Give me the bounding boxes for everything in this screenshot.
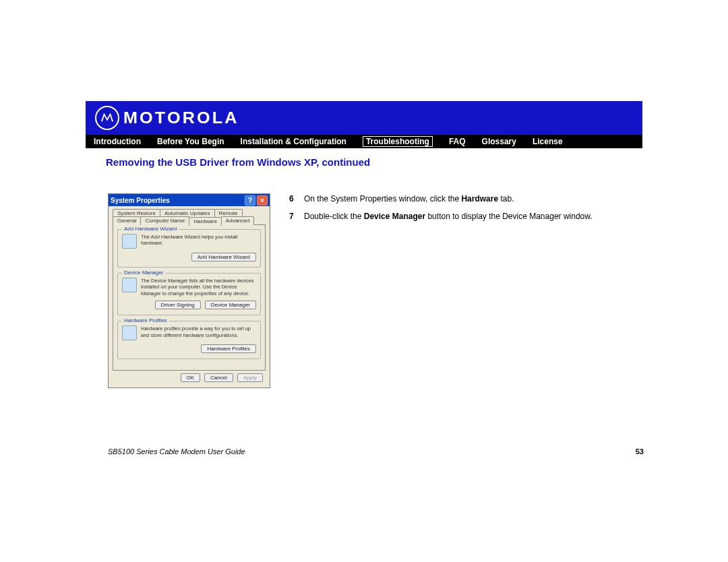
nav-license[interactable]: License bbox=[533, 137, 563, 146]
apply-button[interactable]: Apply bbox=[237, 373, 263, 382]
brand-text: MOTOROLA bbox=[123, 108, 239, 127]
step-text: Double-click the Device Manager button t… bbox=[304, 211, 593, 222]
legend-hardware-profiles: Hardware Profiles bbox=[122, 317, 169, 323]
step-7: 7 Double-click the Device Manager button… bbox=[289, 211, 593, 222]
motorola-logo-icon bbox=[95, 106, 119, 130]
step-number: 7 bbox=[289, 211, 296, 222]
hardware-profiles-icon bbox=[122, 325, 137, 340]
step-text-post: tab. bbox=[498, 194, 514, 204]
dialog-title: System Properties bbox=[111, 197, 170, 204]
step-text-bold: Device Manager bbox=[364, 212, 425, 221]
device-manager-icon bbox=[122, 278, 137, 292]
section-title: Removing the USB Driver from Windows XP,… bbox=[106, 156, 642, 168]
page-number: 53 bbox=[636, 447, 644, 456]
legend-add-hardware: Add Hardware Wizard bbox=[122, 226, 179, 232]
dialog-titlebar: System Properties ? × bbox=[109, 194, 270, 206]
nav-installation-configuration[interactable]: Installation & Configuration bbox=[241, 137, 346, 146]
add-hardware-wizard-button[interactable]: Add Hardware Wizard bbox=[191, 253, 256, 261]
page-footer: SB5100 Series Cable Modem User Guide 53 bbox=[108, 447, 644, 456]
tab-advanced[interactable]: Advanced bbox=[221, 216, 255, 225]
tab-panel-hardware: Add Hardware Wizard The Add Hardware Wiz… bbox=[113, 224, 266, 371]
document-page: MOTOROLA Introduction Before You Begin I… bbox=[86, 101, 642, 388]
m-glyph-icon bbox=[101, 113, 113, 123]
dialog-footer: OK Cancel Apply bbox=[113, 371, 266, 382]
hardware-profiles-button[interactable]: Hardware Profiles bbox=[201, 344, 256, 353]
group-hardware-profiles: Hardware Profiles Hardware profiles prov… bbox=[117, 321, 261, 359]
nav-before-you-begin[interactable]: Before You Begin bbox=[157, 137, 224, 146]
step-text-pre: On the System Properties window, click t… bbox=[304, 194, 461, 204]
help-button[interactable]: ? bbox=[245, 195, 255, 206]
cancel-button[interactable]: Cancel bbox=[204, 373, 233, 382]
driver-signing-button[interactable]: Driver Signing bbox=[155, 301, 201, 309]
nav-bar: Introduction Before You Begin Installati… bbox=[86, 135, 642, 148]
step-text-post: button to display the Device Manager win… bbox=[425, 212, 592, 221]
guide-title: SB5100 Series Cable Modem User Guide bbox=[108, 447, 245, 456]
legend-device-manager: Device Manager bbox=[122, 270, 165, 276]
step-text-bold: Hardware bbox=[461, 194, 498, 204]
step-number: 6 bbox=[289, 193, 296, 204]
group-add-hardware-wizard: Add Hardware Wizard The Add Hardware Wiz… bbox=[117, 229, 261, 268]
device-manager-text: The Device Manager lists all the hardwar… bbox=[141, 278, 256, 296]
tab-general[interactable]: General bbox=[113, 216, 141, 225]
step-text-pre: Double-click the bbox=[304, 212, 364, 221]
ok-button[interactable]: OK bbox=[181, 373, 201, 382]
nav-troubleshooting[interactable]: Troubleshooting bbox=[363, 136, 433, 147]
hardware-profiles-text: Hardware profiles provide a way for you … bbox=[141, 325, 256, 338]
content-row: System Properties ? × System Restore Aut… bbox=[86, 193, 642, 388]
nav-faq[interactable]: FAQ bbox=[449, 137, 466, 146]
tab-computer-name[interactable]: Computer Name bbox=[140, 216, 189, 225]
nav-glossary[interactable]: Glossary bbox=[482, 137, 516, 146]
step-text: On the System Properties window, click t… bbox=[304, 193, 514, 204]
instruction-steps: 6 On the System Properties window, click… bbox=[289, 193, 593, 388]
tab-row-2: General Computer Name Hardware Advanced bbox=[113, 216, 266, 225]
add-hardware-text: The Add Hardware Wizard helps you instal… bbox=[141, 234, 256, 247]
system-properties-dialog: System Properties ? × System Restore Aut… bbox=[108, 193, 270, 388]
nav-introduction[interactable]: Introduction bbox=[94, 137, 141, 146]
hardware-wizard-icon bbox=[122, 234, 137, 249]
step-6: 6 On the System Properties window, click… bbox=[289, 193, 593, 204]
dialog-body: System Restore Automatic Updates Remote … bbox=[109, 206, 270, 387]
group-device-manager: Device Manager The Device Manager lists … bbox=[117, 273, 261, 315]
tab-hardware[interactable]: Hardware bbox=[189, 217, 222, 226]
device-manager-button[interactable]: Device Manager bbox=[205, 301, 256, 309]
close-button[interactable]: × bbox=[257, 195, 268, 206]
brand-header: MOTOROLA bbox=[86, 101, 642, 135]
